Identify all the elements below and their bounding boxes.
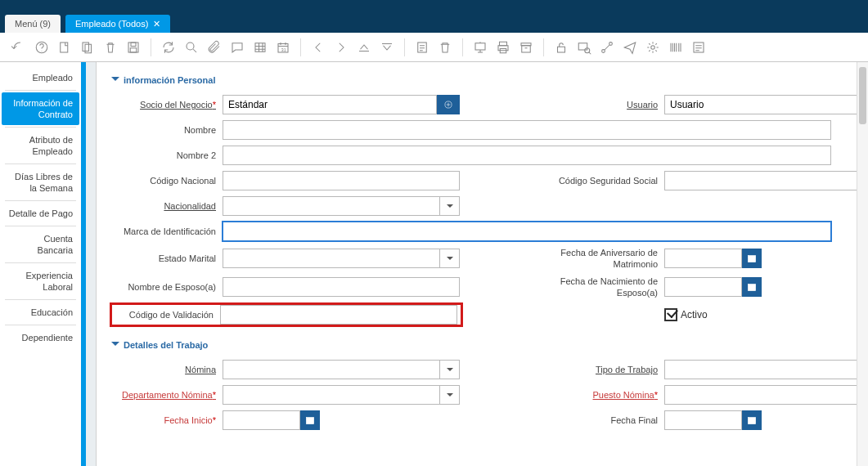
delete-icon[interactable] [100,37,121,58]
svg-point-21 [602,49,605,52]
svg-rect-5 [131,43,136,47]
barcode-icon[interactable] [665,37,686,58]
codseg-field[interactable] [664,171,857,190]
sidebar-item-detalle-pago[interactable]: Detalle de Pago [2,203,79,224]
nacesposo-calendar-button[interactable] [742,277,762,297]
sidebar-item-educacion[interactable]: Educación [2,302,79,323]
fechainicio-field[interactable] [223,410,300,430]
archive-icon[interactable] [515,37,537,58]
send-icon[interactable] [619,37,641,58]
codval-field[interactable] [220,305,457,325]
label-tipotrab[interactable]: Tipo de Trabajo [520,364,664,375]
toolbar: 31 [0,33,868,62]
section-job-title: Detalles del Trabajo [124,340,208,350]
back-icon[interactable] [8,37,29,58]
svg-rect-27 [748,285,755,291]
down-icon[interactable] [376,37,398,58]
sidebar-item-atributo-empleado[interactable]: Atributo de Empleado [2,129,79,162]
aniversario-field[interactable] [664,249,742,268]
nomina-dropdown-button[interactable] [440,360,460,379]
label-marca: Marca de Identificación [111,226,223,237]
calendar-icon[interactable]: 31 [272,37,294,58]
nacionalidad-field[interactable] [223,196,440,216]
puestonomina-field[interactable] [664,385,857,405]
gear-icon[interactable] [642,37,663,58]
svg-text:31: 31 [281,47,286,52]
nacesposo-field[interactable] [664,277,742,297]
label-depnomina[interactable]: Departamento Nómina* [111,389,223,401]
label-nomina[interactable]: Nómina [111,364,223,375]
nomina-field[interactable] [223,360,440,379]
label-socio[interactable]: Socio del Negocio* [111,99,223,110]
sidebar-item-dias-libres[interactable]: Días Libres de la Semana [2,166,79,199]
sidebar-item-empleado[interactable]: Empleado [2,67,79,88]
svg-rect-13 [500,42,507,46]
codnac-field[interactable] [223,171,460,190]
collapse-icon [111,342,119,349]
tipotrab-field[interactable] [664,360,857,379]
sidebar-item-dependiente[interactable]: Dependiente [2,327,79,348]
label-fechainicio: Fecha Inicio* [111,414,223,426]
zoom-icon[interactable] [573,37,595,58]
fechainicio-calendar-button[interactable] [300,410,320,430]
refresh-icon[interactable] [158,37,179,58]
presentation-icon[interactable] [470,37,491,58]
socio-field[interactable] [223,95,437,114]
copy-icon[interactable] [77,37,98,58]
section-job-header[interactable]: Detalles del Trabajo [111,340,842,350]
search-icon[interactable] [181,37,202,58]
new-icon[interactable] [54,37,75,58]
label-codnac: Código Nacional [111,175,223,186]
help-icon[interactable] [31,37,52,58]
usuario-field[interactable] [664,95,857,114]
chat-icon[interactable] [227,37,248,58]
scrollbar-thumb[interactable] [859,67,866,124]
tab-empleado[interactable]: Empleado (Todos)✕ [65,15,170,33]
workflow-icon[interactable] [596,37,618,58]
svg-point-7 [187,43,194,50]
depnomina-field[interactable] [223,385,440,405]
nacionalidad-dropdown-button[interactable] [440,196,460,216]
print-icon[interactable] [492,37,514,58]
svg-rect-2 [83,43,89,52]
tab-menu-label: Menú (9) [15,19,51,29]
nombre-field[interactable] [223,120,831,140]
report-icon[interactable] [412,37,433,58]
fechafinal-field[interactable] [664,410,742,430]
label-nacionalidad[interactable]: Nacionalidad [111,200,223,212]
estado-dropdown-button[interactable] [440,249,460,268]
trash-icon[interactable] [434,37,456,58]
vertical-scrollbar[interactable] [857,62,868,466]
sidebar-item-experiencia[interactable]: Experiencia Laboral [2,265,79,298]
up-icon[interactable] [353,37,375,58]
marca-field[interactable] [223,222,831,241]
svg-rect-18 [558,47,565,52]
tab-menu[interactable]: Menú (9) [5,15,61,33]
attachment-icon[interactable] [204,37,225,58]
section-personal-header[interactable]: información Personal [111,75,842,85]
codval-highlight: Código de Validación [111,304,461,325]
grid-icon[interactable] [250,37,271,58]
next-icon[interactable] [331,37,352,58]
estado-field[interactable] [223,249,440,268]
sidebar-item-informacion-contrato[interactable]: Información de Contrato [2,92,79,125]
nombre2-field[interactable] [223,146,831,165]
esposo-field[interactable] [223,277,460,297]
sidebar-item-cuenta-bancaria[interactable]: Cuenta Bancaria [2,228,79,261]
fechafinal-calendar-button[interactable] [742,410,762,430]
depnomina-dropdown-button[interactable] [440,385,460,405]
label-puestonomina[interactable]: Puesto Nómina* [520,389,664,401]
form-icon[interactable] [688,37,709,58]
aniversario-calendar-button[interactable] [742,249,762,268]
prev-icon[interactable] [308,37,329,58]
svg-rect-29 [748,418,755,424]
close-icon[interactable]: ✕ [153,19,160,29]
svg-rect-12 [475,43,485,49]
section-personal-title: información Personal [124,75,215,85]
svg-rect-8 [255,43,265,52]
activo-checkbox[interactable] [664,308,677,321]
save-icon[interactable] [123,37,144,58]
lock-icon[interactable] [551,37,572,58]
label-usuario[interactable]: Usuario [520,99,664,110]
socio-lookup-button[interactable] [437,95,460,114]
